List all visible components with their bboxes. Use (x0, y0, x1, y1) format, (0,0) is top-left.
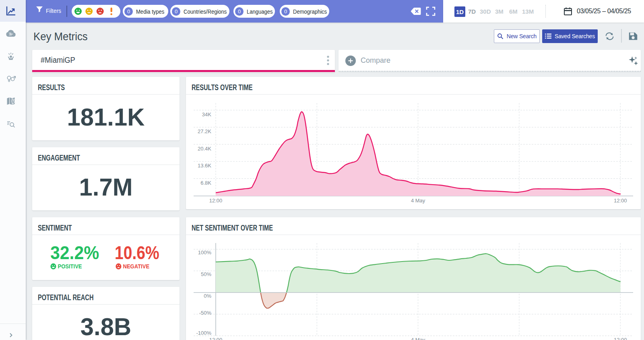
svg-text:12:00: 12:00 (209, 337, 223, 340)
svg-text:0%: 0% (204, 293, 211, 299)
svg-text:-100%: -100% (196, 330, 211, 336)
svg-text:6.8K: 6.8K (200, 180, 211, 186)
svg-text:27.2K: 27.2K (198, 128, 211, 134)
svg-text:50%: 50% (201, 271, 211, 277)
svg-text:13.6K: 13.6K (198, 163, 211, 169)
svg-text:4 May: 4 May (411, 198, 425, 204)
svg-text:20.4K: 20.4K (198, 146, 211, 152)
svg-text:-50%: -50% (199, 310, 212, 316)
svg-text:34K: 34K (202, 111, 211, 117)
svg-text:12:00: 12:00 (614, 337, 627, 340)
svg-text:4 May: 4 May (411, 337, 425, 340)
svg-text:12:00: 12:00 (209, 198, 223, 204)
svg-text:100%: 100% (198, 249, 212, 256)
svg-text:12:00: 12:00 (614, 198, 627, 204)
